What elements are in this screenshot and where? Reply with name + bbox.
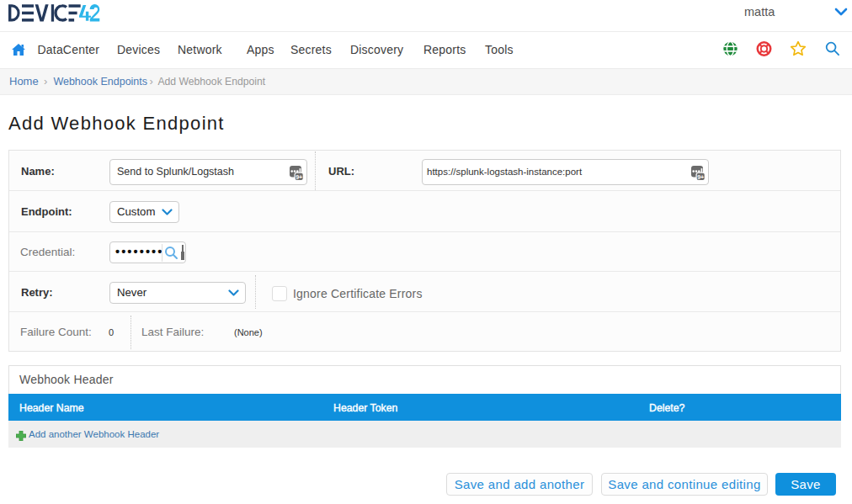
svg-text:9+: 9+ — [296, 174, 302, 180]
svg-text:9+: 9+ — [697, 174, 704, 180]
